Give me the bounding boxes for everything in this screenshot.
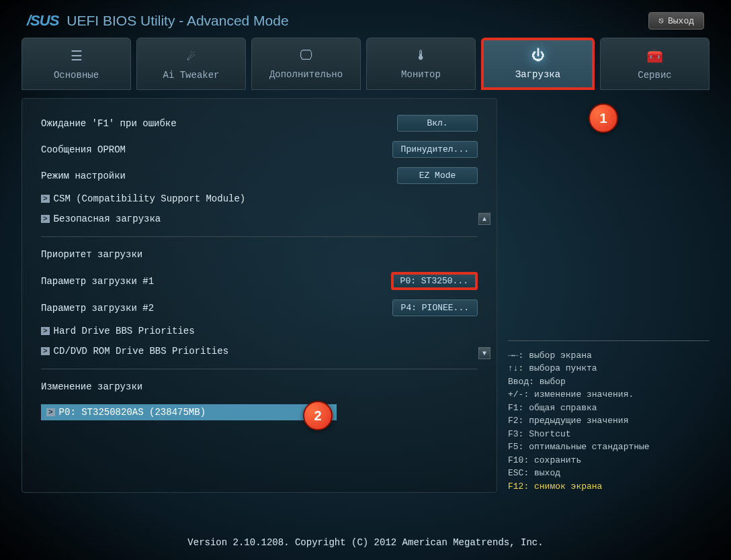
info-area: 1 — [508, 98, 710, 340]
secure-boot-submenu[interactable]: > Безопасная загрузка — [41, 214, 478, 224]
list-icon: ☰ — [71, 48, 83, 64]
tab-label: Ai Tweaker — [163, 70, 219, 81]
footer-text: Version 2.10.1208. Copyright (C) 2012 Am… — [0, 537, 731, 548]
hdd-bbs-label: Hard Drive BBS Priorities — [54, 326, 195, 336]
boot-opt1-dropdown[interactable]: P0: ST3250... — [391, 272, 478, 290]
oprom-label: Сообщения OPROM — [41, 144, 126, 155]
chevron-right-icon: > — [41, 215, 50, 223]
oprom-dropdown[interactable]: Принудител... — [392, 141, 478, 158]
cddvd-bbs-label: CD/DVD ROM Drive BBS Priorities — [54, 346, 228, 357]
help-line: F2: предыдущие значения — [508, 414, 710, 428]
chevron-right-icon: > — [41, 327, 50, 335]
tab-label: Основные — [54, 70, 99, 81]
secure-boot-label: Безопасная загрузка — [54, 214, 161, 224]
help-line: ESC: выход — [508, 467, 710, 480]
wait-f1-dropdown[interactable]: Вкл. — [397, 115, 478, 132]
boot-opt2-dropdown[interactable]: P4: PIONEE... — [392, 299, 478, 316]
help-line: Ввод: выбор — [508, 375, 710, 389]
setup-mode-label: Режим настройки — [41, 171, 126, 181]
annotation-badge-1: 1 — [589, 103, 618, 133]
help-line: F10: сохранить — [508, 454, 710, 467]
wait-f1-label: Ожидание 'F1' при ошибке — [41, 118, 177, 129]
tab-label: Дополнительно — [269, 69, 343, 80]
boot-override-label: P0: ST3250820AS (238475MB) — [59, 407, 206, 418]
help-line: ↑↓: выбора пункта — [508, 362, 710, 375]
cddvd-bbs-submenu[interactable]: > CD/DVD ROM Drive BBS Priorities — [41, 346, 478, 357]
tab-ai-tweaker[interactable]: ☄ Ai Tweaker — [136, 38, 246, 90]
chevron-right-icon: > — [46, 408, 55, 416]
setup-mode-dropdown[interactable]: EZ Mode — [397, 167, 478, 184]
chevron-right-icon: > — [41, 195, 50, 203]
tab-main[interactable]: ☰ Основные — [22, 38, 131, 90]
exit-button[interactable]: ⎋ Выход — [648, 12, 704, 30]
help-line: F12: снимок экрана — [508, 480, 710, 494]
boot-priority-title: Приоритет загрузки — [41, 249, 478, 260]
help-line: →←: выбор экрана — [508, 349, 710, 363]
tab-boot[interactable]: ⏻ Загрузка — [481, 38, 595, 90]
tab-label: Сервис — [638, 70, 671, 81]
help-line: F3: Shortcut — [508, 428, 710, 441]
csm-submenu[interactable]: > CSM (Compatibility Support Module) — [41, 193, 478, 204]
tab-monitor[interactable]: 🌡 Монитор — [366, 38, 476, 90]
advanced-icon: 🖵 — [300, 48, 313, 64]
divider — [41, 236, 478, 237]
help-line: F5: оптимальные стандартные — [508, 440, 710, 454]
tool-icon: 🧰 — [646, 48, 663, 64]
chevron-right-icon: > — [41, 347, 50, 355]
scroll-down-button[interactable]: ▼ — [478, 347, 490, 359]
boot-override-item[interactable]: > P0: ST3250820AS (238475MB) — [41, 404, 337, 420]
help-line: F1: общая справка — [508, 402, 710, 415]
tab-tool[interactable]: 🧰 Сервис — [600, 38, 710, 90]
tab-label: Загрузка — [515, 69, 560, 80]
help-panel: →←: выбор экрана ↑↓: выбора пункта Ввод:… — [508, 340, 710, 494]
boot-opt2-label: Параметр загрузки #2 — [41, 303, 154, 314]
divider — [41, 369, 478, 369]
scroll-up-button[interactable]: ▲ — [478, 213, 490, 225]
page-title: UEFI BIOS Utility - Advanced Mode — [67, 13, 288, 29]
hdd-bbs-submenu[interactable]: > Hard Drive BBS Priorities — [41, 326, 478, 336]
boot-override-title: Изменение загрузки — [41, 381, 478, 392]
tab-advanced[interactable]: 🖵 Дополнительно — [251, 38, 361, 90]
tweaker-icon: ☄ — [187, 48, 195, 64]
tab-label: Монитор — [401, 69, 441, 80]
monitor-icon: 🌡 — [415, 48, 428, 64]
asus-logo: /SUS — [27, 12, 58, 30]
annotation-badge-2: 2 — [303, 401, 333, 430]
boot-opt1-label: Параметр загрузки #1 — [41, 276, 154, 287]
power-icon: ⏻ — [531, 48, 545, 64]
help-line: +/-: изменение значения. — [508, 388, 710, 402]
exit-icon: ⎋ — [658, 15, 664, 26]
exit-label: Выход — [668, 16, 694, 26]
settings-panel: Ожидание 'F1' при ошибке Вкл. Сообщения … — [22, 98, 497, 493]
csm-label: CSM (Compatibility Support Module) — [54, 193, 246, 204]
